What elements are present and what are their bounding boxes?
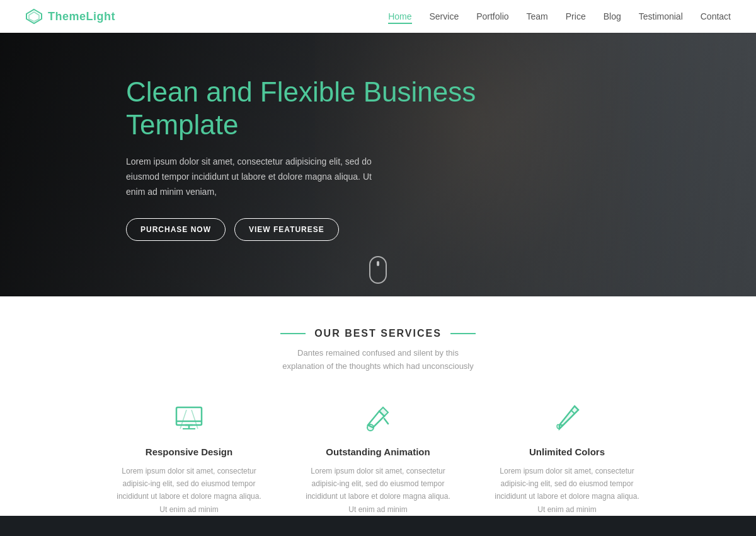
nav-link-testimonial[interactable]: Testimonial	[639, 11, 683, 21]
service-desc-animation: Lorem ipsum dolor sit amet, consectetur …	[302, 465, 454, 516]
section-line-left	[280, 333, 306, 334]
nav-link-price[interactable]: Price	[566, 11, 586, 21]
hero-title: Clean and Flexible Business Template	[126, 76, 536, 143]
hero-section: Clean and Flexible Business Template Lor…	[0, 0, 756, 296]
service-name-design: Responsive Design	[113, 446, 265, 457]
logo[interactable]: ThemeLight	[25, 8, 115, 25]
colors-icon	[548, 399, 586, 436]
logo-icon	[25, 8, 43, 25]
service-item-design: Responsive Design Lorem ipsum dolor sit …	[113, 399, 265, 516]
nav-item-blog[interactable]: Blog	[604, 11, 621, 22]
navbar: ThemeLight Home Service Portfolio Team P…	[0, 0, 756, 33]
footer-bar	[0, 516, 756, 536]
design-icon	[170, 399, 208, 436]
service-desc-colors: Lorem ipsum dolor sit amet, consectetur …	[491, 465, 643, 516]
nav-item-service[interactable]: Service	[430, 11, 459, 22]
nav-links: Home Service Portfolio Team Price Blog T…	[388, 11, 731, 22]
section-line-right	[450, 333, 476, 334]
nav-link-team[interactable]: Team	[527, 11, 548, 21]
hero-buttons: PURCHASE NOW VIEW FEATURESE	[126, 218, 756, 241]
nav-link-service[interactable]: Service	[430, 11, 459, 21]
service-item-colors: Unlimited Colors Lorem ipsum dolor sit a…	[491, 399, 643, 516]
service-name-animation: Outstanding Animation	[302, 446, 454, 457]
hero-subtitle: Lorem ipsum dolor sit amet, consectetur …	[126, 154, 391, 199]
section-subtitle: Dantes remained confused and silent by t…	[277, 347, 479, 373]
nav-item-testimonial[interactable]: Testimonial	[639, 11, 683, 22]
animation-icon	[359, 399, 397, 436]
service-item-animation: Outstanding Animation Lorem ipsum dolor …	[302, 399, 454, 516]
nav-link-blog[interactable]: Blog	[604, 11, 621, 21]
service-desc-design: Lorem ipsum dolor sit amet, consectetur …	[113, 465, 265, 516]
svg-point-9	[367, 424, 374, 431]
svg-rect-2	[176, 407, 202, 425]
nav-item-home[interactable]: Home	[388, 11, 411, 22]
scroll-dot	[377, 261, 379, 266]
nav-item-price[interactable]: Price	[566, 11, 586, 22]
view-features-button[interactable]: VIEW FEATURESE	[234, 218, 339, 241]
nav-link-portfolio[interactable]: Portfolio	[476, 11, 508, 21]
section-title: OUR BEST SERVICES	[314, 328, 442, 339]
nav-item-portfolio[interactable]: Portfolio	[476, 11, 508, 22]
nav-link-home[interactable]: Home	[388, 11, 411, 24]
logo-text: ThemeLight	[48, 10, 115, 23]
svg-marker-1	[29, 12, 39, 21]
section-title-row: OUR BEST SERVICES	[25, 328, 731, 339]
services-grid: Responsive Design Lorem ipsum dolor sit …	[25, 399, 731, 516]
section-header: OUR BEST SERVICES Dantes remained confus…	[25, 328, 731, 373]
service-name-colors: Unlimited Colors	[491, 446, 643, 457]
purchase-now-button[interactable]: PURCHASE NOW	[126, 218, 226, 241]
scroll-indicator[interactable]	[369, 256, 387, 284]
nav-link-contact[interactable]: Contact	[701, 11, 731, 21]
svg-line-7	[180, 410, 186, 429]
nav-item-contact[interactable]: Contact	[701, 11, 731, 22]
svg-line-8	[192, 410, 198, 429]
services-section: OUR BEST SERVICES Dantes remained confus…	[0, 296, 756, 536]
nav-item-team[interactable]: Team	[527, 11, 548, 22]
